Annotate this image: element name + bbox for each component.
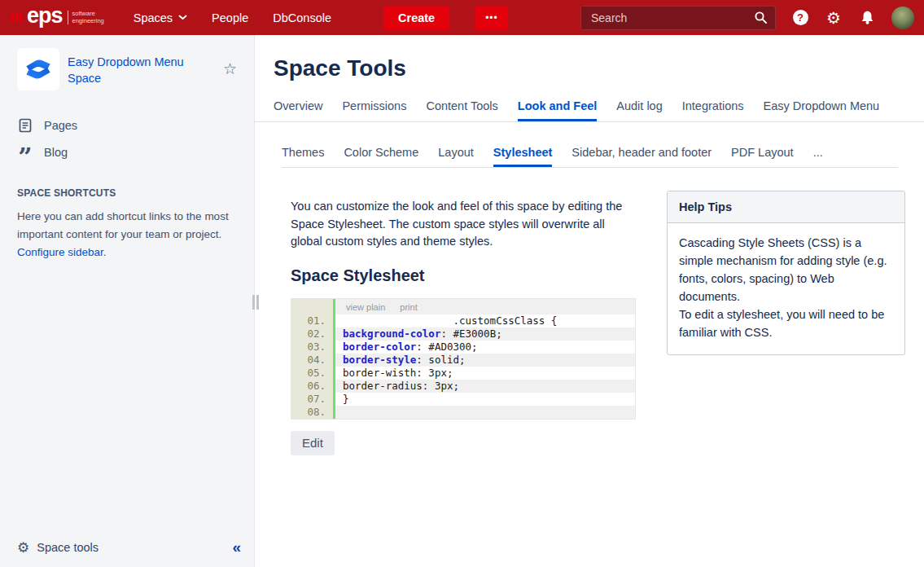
line-number: 02.: [291, 327, 333, 341]
nav-spaces[interactable]: Spaces: [134, 11, 187, 24]
space-name-link[interactable]: Easy Dropdown Menu Space: [68, 48, 198, 90]
configure-sidebar-link[interactable]: Configure sidebar.: [17, 246, 107, 258]
tab-content-tools[interactable]: Content Tools: [426, 99, 497, 121]
edit-button[interactable]: Edit: [291, 431, 335, 455]
subtab-color-scheme[interactable]: Color Scheme: [344, 146, 418, 167]
code-line: 05. border-wisth: 3px;: [291, 367, 635, 380]
help-tips-text-2: To edit a stylesheet, you will need to b…: [679, 305, 893, 341]
code-line: 06. border-radius: 3px;: [291, 380, 635, 393]
subtab-stylesheet[interactable]: Stylesheet: [493, 146, 553, 167]
subtab-themes[interactable]: Themes: [282, 146, 324, 167]
tab-permissions[interactable]: Permissions: [342, 99, 406, 121]
eps-logo-bars-icon: [11, 13, 22, 22]
top-navigation-bar: eps software engineering Spaces People D…: [0, 0, 924, 35]
nav-people[interactable]: People: [212, 11, 248, 24]
top-nav-menu: Spaces People DbConsole Create •••: [134, 6, 508, 30]
space-shortcuts-heading: SPACE SHORTCUTS: [17, 187, 237, 199]
css-code-block: view plainprint 01. .customCssClass { 02…: [291, 298, 636, 420]
eps-logo-text: eps: [27, 5, 63, 30]
tab-overview[interactable]: Overview: [274, 99, 322, 121]
sidebar-resize-handle[interactable]: [252, 295, 259, 310]
collapse-sidebar-icon[interactable]: «: [232, 538, 241, 556]
line-number: 01.: [291, 314, 333, 327]
sidebar-footer: ⚙ Space tools «: [0, 528, 254, 567]
eps-logo[interactable]: eps software engineering: [11, 5, 104, 30]
tab-look-and-feel[interactable]: Look and Feel: [518, 99, 598, 121]
create-more-button[interactable]: •••: [474, 6, 508, 30]
subtab-more[interactable]: ...: [813, 146, 823, 167]
subtab-sidebar-header-footer[interactable]: Sidebar, header and footer: [571, 146, 712, 167]
view-plain-link[interactable]: view plain: [346, 302, 385, 312]
code-line: 08.: [291, 406, 635, 419]
line-number: 04.: [291, 354, 333, 367]
space-sidebar: Easy Dropdown Menu Space ☆ Pages ” Blog …: [0, 35, 255, 567]
create-button[interactable]: Create: [383, 6, 449, 30]
sidebar-item-label: Pages: [44, 119, 77, 132]
stylesheet-intro-text: You can customize the look and feel of t…: [291, 198, 636, 251]
tab-audit-log[interactable]: Audit log: [616, 99, 662, 121]
code-line: 02. background-color: #E3000B;: [291, 327, 635, 341]
subtab-layout[interactable]: Layout: [438, 146, 474, 167]
help-tips-text-1: Cascading Style Sheets (CSS) is a simple…: [679, 234, 893, 305]
sidebar-item-blog[interactable]: ” Blog: [17, 142, 237, 163]
eps-logo-tagline: software engineering: [68, 11, 104, 24]
code-line: 07. }: [291, 393, 635, 406]
code-line: 04. border-style: solid;: [291, 354, 635, 367]
line-number: 05.: [291, 367, 333, 380]
user-avatar[interactable]: [891, 7, 914, 29]
line-number: 07.: [291, 393, 333, 406]
line-number: 03.: [291, 341, 333, 354]
pages-document-icon: [17, 118, 33, 133]
space-stylesheet-heading: Space Stylesheet: [291, 266, 636, 285]
search-input[interactable]: [591, 11, 754, 24]
nav-dbconsole[interactable]: DbConsole: [273, 11, 331, 24]
code-line: 03. border-color: #AD0300;: [291, 341, 635, 354]
page-title: Space Tools: [274, 55, 924, 81]
sidebar-item-label: Blog: [44, 146, 68, 159]
tab-integrations[interactable]: Integrations: [682, 99, 744, 121]
print-link[interactable]: print: [400, 302, 417, 312]
main-content: Space Tools Overview Permissions Content…: [255, 35, 924, 567]
line-number: 06.: [291, 380, 333, 393]
chevron-down-icon: [178, 15, 187, 20]
space-logo-icon[interactable]: [17, 48, 59, 90]
star-favorite-icon[interactable]: ☆: [223, 48, 237, 90]
sidebar-item-pages[interactable]: Pages: [17, 115, 237, 136]
blog-quote-icon: ”: [17, 148, 33, 156]
search-icon[interactable]: [754, 11, 768, 24]
help-tips-title: Help Tips: [668, 191, 904, 223]
line-number: 08.: [291, 406, 333, 419]
look-and-feel-subtabs: Themes Color Scheme Layout Stylesheet Si…: [282, 146, 898, 168]
search-box[interactable]: [580, 6, 776, 30]
settings-gear-icon[interactable]: ⚙: [825, 9, 843, 27]
tab-easy-dropdown-menu[interactable]: Easy Dropdown Menu: [764, 99, 880, 121]
space-shortcuts-text: Here you can add shortcut links to the m…: [17, 208, 237, 262]
top-bar-right: ? ⚙: [580, 6, 914, 30]
help-icon[interactable]: ?: [791, 9, 809, 27]
subtab-pdf-layout[interactable]: PDF Layout: [731, 146, 794, 167]
space-tools-link[interactable]: Space tools: [37, 541, 99, 554]
space-tools-gear-icon: ⚙: [17, 541, 29, 555]
notifications-bell-icon[interactable]: [858, 9, 876, 27]
space-tools-tabs: Overview Permissions Content Tools Look …: [255, 81, 924, 122]
help-tips-panel: Help Tips Cascading Style Sheets (CSS) i…: [667, 191, 905, 355]
code-line: 01. .customCssClass {: [291, 314, 635, 327]
